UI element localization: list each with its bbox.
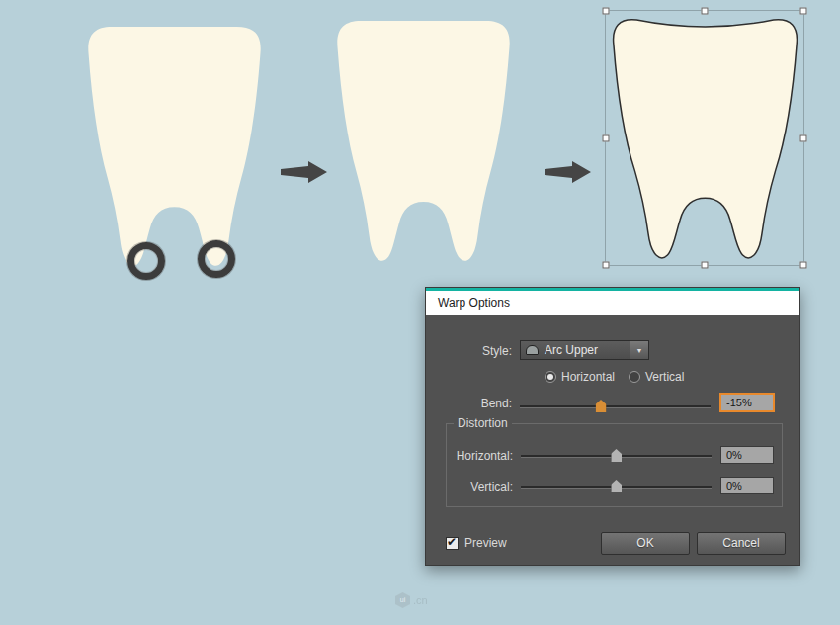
distortion-horizontal-slider-thumb[interactable] [611, 449, 622, 462]
distortion-horizontal-value-field[interactable]: 0% [720, 446, 774, 464]
orientation-radio-group: Horizontal Vertical [545, 370, 698, 384]
bend-label: Bend: [433, 397, 512, 410]
bend-slider-track[interactable] [520, 405, 711, 407]
radio-horizontal[interactable] [545, 371, 556, 383]
selection-handle[interactable] [603, 8, 610, 15]
arrow-right-icon [281, 157, 328, 187]
selection-handle[interactable] [603, 262, 610, 269]
dialog-titlebar[interactable]: Warp Options [426, 288, 799, 315]
chevron-down-icon: ▼ [636, 347, 643, 354]
distortion-group-title: Distortion [454, 416, 512, 430]
distortion-vertical-label: Vertical: [447, 480, 513, 493]
watermark: ui .cn [395, 592, 428, 608]
style-dropdown-value: Arc Upper [545, 343, 630, 357]
bend-value-field[interactable]: -15% [719, 393, 775, 412]
distortion-vertical-value-field[interactable]: 0% [720, 477, 774, 494]
selection-handle[interactable] [800, 262, 807, 269]
arc-upper-icon [526, 345, 539, 355]
canvas: Warp Options Style: Arc Upper ▼ Horizont… [0, 0, 840, 625]
preview-checkbox[interactable] [446, 537, 459, 550]
radio-horizontal-label[interactable]: Horizontal [561, 370, 615, 384]
ellipse-ring-left[interactable] [127, 242, 165, 280]
selection-handle[interactable] [603, 134, 610, 141]
selection-handle[interactable] [800, 8, 807, 15]
bend-slider-thumb[interactable] [596, 400, 607, 412]
watermark-text: .cn [413, 594, 428, 606]
selection-handle[interactable] [800, 134, 807, 141]
radio-vertical-label[interactable]: Vertical [645, 370, 684, 384]
selection-handle[interactable] [702, 262, 709, 269]
arrow-right-icon [545, 157, 592, 187]
style-dropdown[interactable]: Arc Upper ▼ [520, 340, 649, 360]
preview-label[interactable]: Preview [464, 536, 507, 550]
distortion-group: Distortion Horizontal: 0% Vertical: 0% [446, 423, 783, 507]
tooth-shape-step3-selected[interactable] [609, 13, 801, 263]
style-label: Style: [433, 344, 512, 358]
selection-bounding-box [605, 10, 804, 266]
dropdown-arrow-button[interactable]: ▼ [630, 341, 648, 359]
tooth-shape-step1[interactable] [84, 26, 265, 270]
radio-vertical[interactable] [629, 371, 640, 383]
ok-button[interactable]: OK [601, 532, 690, 555]
dialog-title: Warp Options [438, 296, 510, 310]
preview-row: Preview [446, 536, 507, 550]
distortion-horizontal-slider-track[interactable] [521, 455, 712, 457]
tooth-shape-step2[interactable] [333, 20, 514, 265]
selection-handle[interactable] [702, 8, 709, 15]
distortion-vertical-slider-track[interactable] [521, 486, 712, 488]
watermark-hexagon-logo: ui [395, 592, 410, 608]
warp-options-dialog: Warp Options Style: Arc Upper ▼ Horizont… [425, 287, 800, 566]
cancel-button[interactable]: Cancel [697, 532, 786, 555]
ellipse-ring-right[interactable] [198, 240, 235, 278]
distortion-horizontal-label: Horizontal: [447, 449, 513, 463]
dialog-drop-shadow [431, 561, 795, 577]
distortion-vertical-slider-thumb[interactable] [611, 480, 622, 492]
